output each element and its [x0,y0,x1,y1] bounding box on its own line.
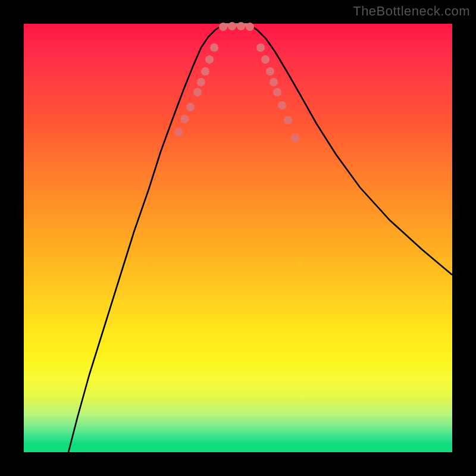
marker-right-5 [278,101,286,109]
curve-group [68,25,452,452]
marker-left-7 [210,43,218,52]
marker-right-3 [270,78,278,86]
marker-left-6 [205,55,214,64]
marker-right-4 [273,88,281,96]
marker-left-1 [180,115,189,123]
marker-left-0 [174,128,183,136]
markers-group [174,22,299,142]
marker-left-4 [197,78,205,86]
watermark-text: TheBottleneck.com [353,4,470,19]
chart-frame: TheBottleneck.com [0,0,476,476]
marker-center-0 [219,23,227,31]
marker-left-2 [186,103,195,111]
marker-center-2 [237,22,245,30]
marker-center-1 [228,22,236,30]
marker-left-5 [201,67,209,76]
marker-right-1 [261,55,270,64]
marker-right-7 [291,134,299,142]
right-branch-path [250,25,452,275]
marker-right-0 [256,43,265,52]
marker-center-3 [246,23,254,31]
curve-overlay [24,24,452,452]
marker-left-3 [193,88,202,96]
marker-right-2 [266,67,274,76]
marker-right-6 [284,116,292,124]
